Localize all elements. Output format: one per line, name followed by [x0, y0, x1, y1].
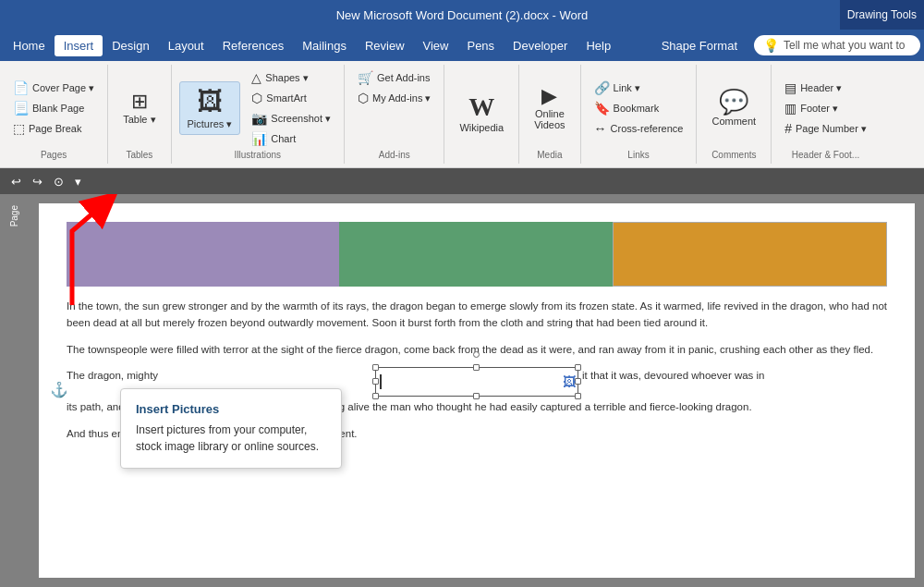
tell-me-text: Tell me what you want to [784, 39, 905, 52]
menu-help[interactable]: Help [577, 35, 620, 56]
menu-layout[interactable]: Layout [159, 35, 213, 56]
handle-bc[interactable] [473, 393, 480, 399]
ribbon-group-media: ▶ OnlineVideos Media [519, 65, 580, 164]
handle-tr[interactable] [575, 364, 581, 371]
shape-format-label: Shape Format [652, 35, 747, 56]
handle-br[interactable] [575, 393, 581, 399]
document-images [67, 222, 887, 287]
ribbon-group-wikipedia: W Wikipedia [444, 65, 519, 164]
get-addins-btn[interactable]: 🛒 Get Add-ins [352, 68, 435, 87]
chart-btn[interactable]: 📊 Chart [246, 129, 336, 148]
menu-bar: Home Insert Design Layout References Mai… [0, 30, 924, 61]
illustrations-sub-btns: △ Shapes ▾ ⬡ SmartArt 📷 Screenshot ▾ 📊 C… [246, 68, 336, 148]
ribbon-group-comments: 💬 Comment Comments [697, 65, 772, 164]
menu-insert[interactable]: Insert [55, 35, 103, 56]
cover-page-btn[interactable]: 📄 Cover Page ▾ [7, 79, 100, 97]
redo-btn[interactable]: ↪ [29, 173, 46, 190]
quick-access-toolbar: ↩ ↪ ⊙ ▾ [0, 168, 924, 194]
cross-reference-icon: ↔ [594, 121, 607, 136]
handle-tl[interactable] [372, 364, 379, 371]
table-btn[interactable]: ⊞ Table ▾ [116, 88, 163, 129]
qa-dropdown-btn[interactable]: ▾ [71, 173, 85, 190]
sidebar-labels: Page [9, 203, 31, 578]
qa-extra-btn[interactable]: ⊙ [50, 173, 67, 190]
pictures-btn[interactable]: 🖼 Pictures ▾ [179, 81, 241, 135]
addins-label: Add-ins [379, 150, 410, 160]
shapes-icon: △ [251, 70, 261, 85]
menu-pens[interactable]: Pens [457, 35, 504, 56]
online-videos-btn[interactable]: ▶ OnlineVideos [527, 82, 572, 134]
cross-reference-btn[interactable]: ↔ Cross-reference [589, 119, 689, 138]
comments-label: Comments [711, 150, 756, 160]
comment-btn[interactable]: 💬 Comment [704, 86, 763, 130]
link-btn[interactable]: 🔗 Link ▾ [589, 79, 689, 97]
shapes-btn[interactable]: △ Shapes ▾ [246, 68, 336, 87]
text-cursor [380, 374, 382, 389]
my-addins-icon: ⬡ [358, 91, 369, 105]
document-area: Page In the town, the sun grew stronger … [0, 194, 924, 587]
handle-tc[interactable] [473, 364, 480, 371]
my-addins-btn[interactable]: ⬡ My Add-ins ▾ [352, 89, 436, 107]
document-title: New Microsoft Word Document (2).docx - W… [0, 8, 924, 22]
bookmark-btn[interactable]: 🔖 Bookmark [589, 99, 689, 117]
header-btn[interactable]: ▤ Header ▾ [779, 79, 872, 97]
ribbon-group-pages: 📄 Cover Page ▾ 📃 Blank Page ⬚ Page Break… [0, 65, 108, 164]
handle-mr[interactable] [575, 378, 581, 385]
screenshot-icon: 📷 [251, 111, 267, 126]
comment-icon: 💬 [719, 90, 748, 114]
pages-buttons: 📄 Cover Page ▾ 📃 Blank Page ⬚ Page Break [7, 79, 100, 138]
text-box[interactable]: 🖼 [375, 367, 578, 397]
handle-ml[interactable] [372, 378, 379, 385]
menu-developer[interactable]: Developer [504, 35, 577, 56]
footer-icon: ▥ [784, 101, 796, 116]
menu-view[interactable]: View [414, 35, 458, 56]
tell-me-box[interactable]: 💡 Tell me what you want to [754, 35, 920, 55]
image-orange [613, 222, 887, 287]
drawing-tools-label: Drawing Tools [840, 0, 924, 30]
bookmark-icon: 🔖 [594, 101, 610, 116]
title-bar: New Microsoft Word Document (2).docx - W… [0, 0, 924, 30]
footer-btn[interactable]: ▥ Footer ▾ [779, 99, 872, 117]
menu-design[interactable]: Design [103, 35, 158, 56]
menu-references[interactable]: References [213, 35, 293, 56]
page-label: Page [9, 205, 31, 226]
wikipedia-btn[interactable]: W Wikipedia [452, 91, 511, 137]
pages-label: Pages [41, 150, 67, 160]
undo-btn[interactable]: ↩ [7, 173, 25, 190]
anchor-icon: ⚓ [50, 378, 68, 402]
ribbon-group-links: 🔗 Link ▾ 🔖 Bookmark ↔ Cross-reference Li… [581, 65, 698, 164]
image-green [339, 222, 612, 287]
ribbon-group-tables: ⊞ Table ▾ Tables [108, 65, 171, 164]
wikipedia-icon: W [468, 94, 494, 120]
chart-icon: 📊 [251, 131, 267, 146]
lightbulb-icon: 💡 [763, 38, 779, 53]
tooltip-insert-pictures: Insert Pictures Insert pictures from you… [120, 388, 342, 469]
tables-label: Tables [126, 150, 152, 160]
textbox-frame-icon: 🖼 [563, 372, 576, 392]
handle-bl[interactable] [372, 393, 379, 399]
blank-page-icon: 📃 [13, 101, 29, 116]
menu-home[interactable]: Home [4, 35, 55, 56]
smartart-btn[interactable]: ⬡ SmartArt [246, 89, 336, 107]
paragraph-1: In the town, the sun grew stronger and b… [67, 298, 887, 332]
tooltip-description: Insert pictures from your computer, stoc… [136, 422, 326, 455]
page-break-icon: ⬚ [13, 121, 25, 136]
links-label: Links [627, 150, 649, 160]
menu-review[interactable]: Review [356, 35, 414, 56]
ribbon-group-illustrations: 🖼 Pictures ▾ △ Shapes ▾ ⬡ SmartArt 📷 Scr… [172, 65, 346, 164]
get-addins-icon: 🛒 [358, 70, 373, 85]
tooltip-title: Insert Pictures [136, 402, 326, 416]
screenshot-btn[interactable]: 📷 Screenshot ▾ [246, 109, 336, 128]
page-number-btn[interactable]: # Page Number ▾ [779, 119, 872, 138]
smartart-icon: ⬡ [251, 91, 262, 105]
cover-page-icon: 📄 [13, 80, 29, 95]
pictures-icon: 🖼 [197, 86, 223, 116]
paragraph-3-right: it that it was, devoured whoever was in [582, 367, 887, 397]
media-label: Media [537, 150, 562, 160]
table-icon: ⊞ [131, 92, 148, 112]
menu-mailings[interactable]: Mailings [293, 35, 356, 56]
page-break-btn[interactable]: ⬚ Page Break [7, 119, 100, 138]
page-number-icon: # [784, 121, 792, 136]
blank-page-btn[interactable]: 📃 Blank Page [7, 99, 100, 117]
ribbon-group-addins: 🛒 Get Add-ins ⬡ My Add-ins ▾ Add-ins [345, 65, 444, 164]
